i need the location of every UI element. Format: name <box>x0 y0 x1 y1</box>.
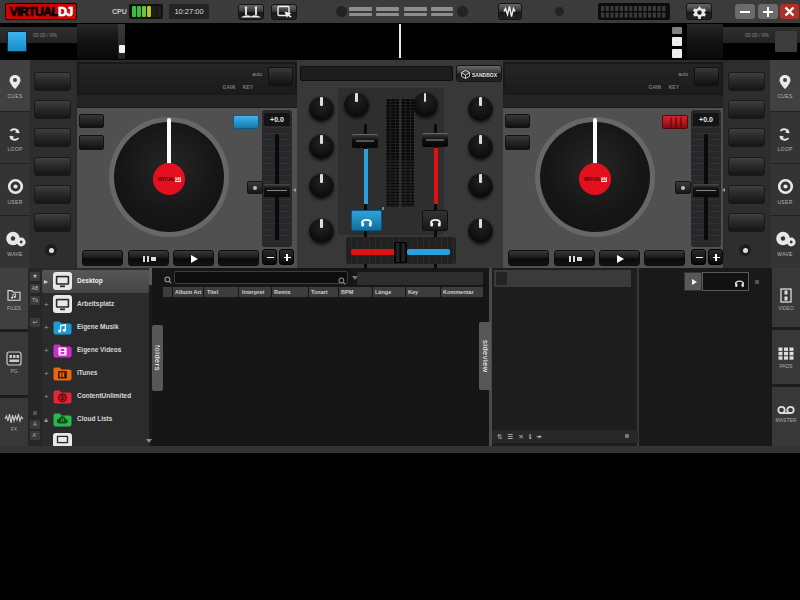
svg-text:VIRTUALDJ: VIRTUALDJ <box>10 5 74 19</box>
